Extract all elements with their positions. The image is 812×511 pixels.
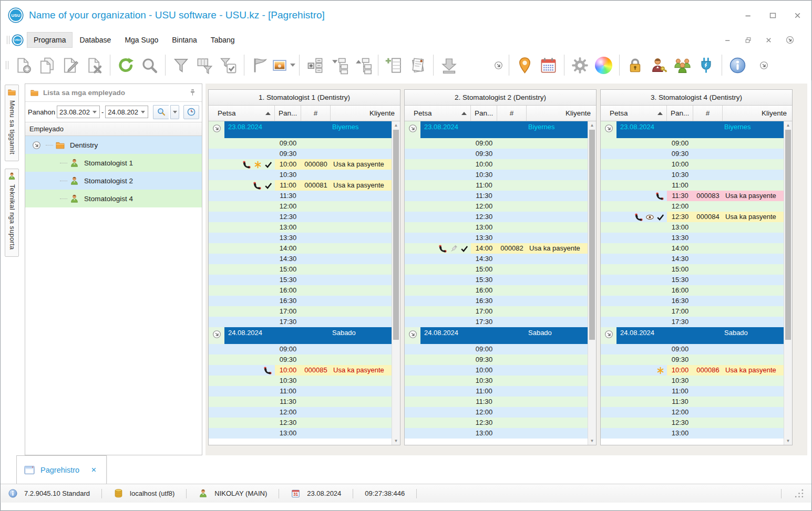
time-slot-row[interactable]: 09:30 (405, 149, 588, 159)
expand-day-icon[interactable] (408, 329, 418, 339)
day-header-row[interactable]: 24.08.2024Sabado (209, 327, 392, 344)
users-button[interactable] (671, 53, 694, 77)
expand-day-icon[interactable] (408, 123, 418, 133)
tree-plus-button[interactable] (303, 53, 327, 77)
filter-check-button[interactable] (217, 53, 240, 77)
appointment-row[interactable]: 10:00000080Usa ka pasyente (209, 159, 392, 170)
time-slot-row[interactable]: 12:30 (405, 212, 588, 222)
time-slot-row[interactable]: 15:30 (209, 275, 392, 285)
scroll-down-icon[interactable]: ▼ (392, 437, 400, 445)
time-slot-row[interactable]: 09:00 (209, 344, 392, 354)
expand-icon[interactable] (32, 140, 42, 150)
time-slot-row[interactable]: 09:30 (601, 149, 784, 159)
time-slot-row[interactable]: 09:00 (209, 138, 392, 149)
time-slot-row[interactable]: 10:30 (209, 376, 392, 386)
time-slot-row[interactable]: 13:30 (405, 233, 588, 243)
date-to-field[interactable]: 24.08.202 (105, 106, 148, 118)
scrollbar-thumb[interactable] (589, 130, 595, 340)
menu-item-database[interactable]: Database (73, 32, 118, 48)
column-header-petsa[interactable]: Petsa (209, 106, 275, 121)
search-button[interactable] (153, 105, 169, 119)
image-preview-button[interactable] (272, 53, 295, 77)
expand-day-icon[interactable] (212, 123, 222, 133)
time-slot-row[interactable]: 09:00 (601, 138, 784, 149)
doc-copy-button[interactable] (35, 53, 59, 77)
maximize-icon[interactable] (768, 11, 777, 20)
mdi-restore-icon[interactable] (744, 36, 752, 44)
time-slot-row[interactable]: 09:30 (209, 149, 392, 159)
time-slot-row[interactable]: 14:30 (601, 254, 784, 264)
colors-button[interactable] (592, 53, 615, 77)
tree-item-stomatologist-2[interactable]: Stomatologist 2 (25, 172, 202, 190)
sidebar-tab-tech-support[interactable]: Teknikal nga suporta (5, 169, 19, 257)
time-slot-row[interactable]: 15:00 (601, 264, 784, 275)
time-slot-row[interactable]: 10:00 (601, 159, 784, 170)
appointment-row[interactable]: 11:00000081Usa ka pasyente (209, 180, 392, 191)
tree-collapse-button[interactable] (327, 53, 351, 77)
scrollbar-thumb[interactable] (785, 130, 791, 340)
time-slot-row[interactable]: 13:00 (209, 222, 392, 233)
time-slot-row[interactable]: 12:30 (209, 212, 392, 222)
chevron-circle-button[interactable] (757, 58, 770, 72)
time-slot-row[interactable]: 11:00 (405, 386, 588, 397)
time-slot-row[interactable]: 12:00 (209, 201, 392, 212)
column-header-petsa[interactable]: Petsa (601, 106, 667, 121)
lock-button[interactable] (623, 53, 647, 77)
column-header-kliyente[interactable]: Kliyente (723, 106, 792, 121)
time-slot-row[interactable]: 13:30 (601, 233, 784, 243)
toolbar-drag-handle-2[interactable] (6, 61, 8, 69)
menu-item-programa[interactable]: Programa (27, 32, 73, 48)
day-header-row[interactable]: 23.08.2024Biyernes (209, 121, 392, 138)
time-slot-row[interactable]: 14:00 (209, 243, 392, 254)
plug-button[interactable] (694, 53, 718, 77)
time-slot-row[interactable]: 11:30 (209, 191, 392, 201)
column-header-panahon[interactable]: Pan... (667, 106, 693, 121)
time-slot-row[interactable]: 09:30 (601, 354, 784, 365)
resize-grip-icon[interactable] (794, 488, 804, 498)
time-slot-row[interactable]: 10:30 (601, 170, 784, 180)
time-slot-row[interactable]: 09:00 (405, 138, 588, 149)
tree-item-stomatologist-4[interactable]: Stomatologist 4 (25, 190, 202, 207)
tab-close-icon[interactable] (90, 466, 97, 473)
doc-edit-button[interactable] (59, 53, 83, 77)
time-slot-row[interactable]: 09:00 (405, 344, 588, 354)
time-slot-row[interactable]: 12:00 (405, 407, 588, 418)
mdi-close-icon[interactable] (765, 36, 773, 44)
time-slot-row[interactable]: 11:00 (601, 386, 784, 397)
search-button[interactable] (138, 53, 161, 77)
time-slot-row[interactable]: 17:30 (209, 317, 392, 327)
time-slot-row[interactable]: 14:00 (601, 243, 784, 254)
time-slot-row[interactable]: 10:30 (405, 376, 588, 386)
user-key-button[interactable] (647, 53, 671, 77)
location-button[interactable] (513, 53, 537, 77)
time-slot-row[interactable]: 11:00 (209, 386, 392, 397)
scroll-down-icon[interactable]: ▼ (588, 437, 596, 445)
time-slot-row[interactable]: 12:30 (209, 418, 392, 428)
tab-pagrehistro[interactable]: Pagrehistro (16, 455, 107, 484)
time-slot-row[interactable]: 13:00 (405, 428, 588, 439)
vertical-scrollbar[interactable]: ▲▼ (392, 121, 400, 445)
column-header-panahon[interactable]: Pan... (275, 106, 301, 121)
minimize-icon[interactable] (744, 11, 753, 20)
expand-day-icon[interactable] (604, 329, 614, 339)
toolbar-drag-handle[interactable] (7, 36, 9, 44)
expand-day-icon[interactable] (604, 123, 614, 133)
tree-expand-button[interactable] (351, 53, 374, 77)
appointment-row[interactable]: 10:00000086Usa ka pasyente (601, 365, 784, 376)
time-slot-row[interactable]: 12:00 (601, 201, 784, 212)
scroll-up-icon[interactable]: ▲ (588, 121, 596, 129)
time-slot-row[interactable]: 10:30 (405, 170, 588, 180)
time-slot-row[interactable]: 11:30 (209, 397, 392, 407)
pin-icon[interactable] (188, 88, 197, 97)
menu-item-tabang[interactable]: Tabang (204, 32, 242, 48)
time-slot-row[interactable]: 17:00 (405, 306, 588, 317)
add-table-button[interactable] (382, 53, 406, 77)
calendar-button[interactable] (537, 53, 560, 77)
time-slot-row[interactable]: 11:30 (405, 397, 588, 407)
time-slot-row[interactable]: 10:30 (601, 376, 784, 386)
tree-item-dentistry[interactable]: Dentistry (25, 136, 202, 154)
doc-delete-button[interactable] (83, 53, 106, 77)
tree-item-stomatologist-1[interactable]: Stomatologist 1 (25, 154, 202, 172)
time-slot-row[interactable]: 11:30 (405, 191, 588, 201)
column-header-kliyente[interactable]: Kliyente (527, 106, 596, 121)
